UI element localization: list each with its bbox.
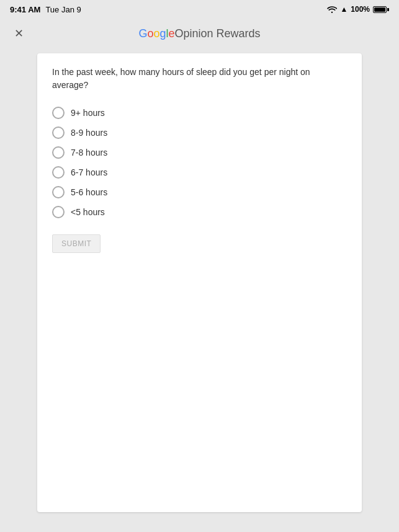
- option-label: 6-7 hours: [71, 167, 107, 177]
- radio-circle: [52, 107, 65, 119]
- toolbar: ✕ Google Opinion Rewards: [0, 19, 399, 48]
- option-label: 5-6 hours: [71, 187, 107, 197]
- radio-circle: [52, 166, 65, 179]
- option-item[interactable]: 5-6 hours: [52, 182, 347, 202]
- radio-circle: [52, 206, 65, 218]
- signal-icon: ▲: [340, 5, 347, 14]
- status-time: 9:41 AM: [10, 5, 40, 14]
- question-text: In the past week, how many hours of slee…: [52, 66, 347, 92]
- radio-circle: [52, 146, 65, 159]
- battery-percent: 100%: [351, 5, 370, 14]
- radio-circle: [52, 126, 65, 139]
- option-item[interactable]: 6-7 hours: [52, 162, 347, 182]
- option-item[interactable]: 7-8 hours: [52, 143, 347, 162]
- survey-card: In the past week, how many hours of slee…: [37, 53, 362, 512]
- battery-icon: [373, 6, 389, 13]
- close-button[interactable]: ✕: [9, 24, 29, 43]
- status-date: Tue Jan 9: [45, 5, 81, 14]
- google-letter-g: G: [138, 27, 147, 40]
- google-letter-o1: o: [147, 27, 153, 40]
- app-title: Google Opinion Rewards: [138, 27, 260, 40]
- option-item[interactable]: 9+ hours: [52, 103, 347, 123]
- status-bar: 9:41 AM Tue Jan 9 ▲ 100%: [0, 0, 399, 19]
- option-label: <5 hours: [71, 207, 105, 217]
- options-list: 9+ hours8-9 hours7-8 hours6-7 hours5-6 h…: [52, 103, 347, 222]
- option-label: 7-8 hours: [71, 148, 107, 157]
- option-item[interactable]: <5 hours: [52, 202, 347, 222]
- option-item[interactable]: 8-9 hours: [52, 123, 347, 143]
- google-letter-g2: g: [159, 27, 166, 40]
- option-label: 9+ hours: [71, 108, 105, 118]
- google-letter-e: e: [168, 27, 174, 40]
- status-icons: ▲ 100%: [327, 5, 389, 14]
- radio-circle: [52, 186, 65, 198]
- app-title-rest: Opinion Rewards: [175, 27, 261, 40]
- google-letter-o2: o: [153, 27, 159, 40]
- wifi-icon: [327, 6, 337, 13]
- submit-button[interactable]: SUBMIT: [52, 234, 101, 253]
- card-container: In the past week, how many hours of slee…: [0, 53, 399, 512]
- option-label: 8-9 hours: [71, 128, 107, 138]
